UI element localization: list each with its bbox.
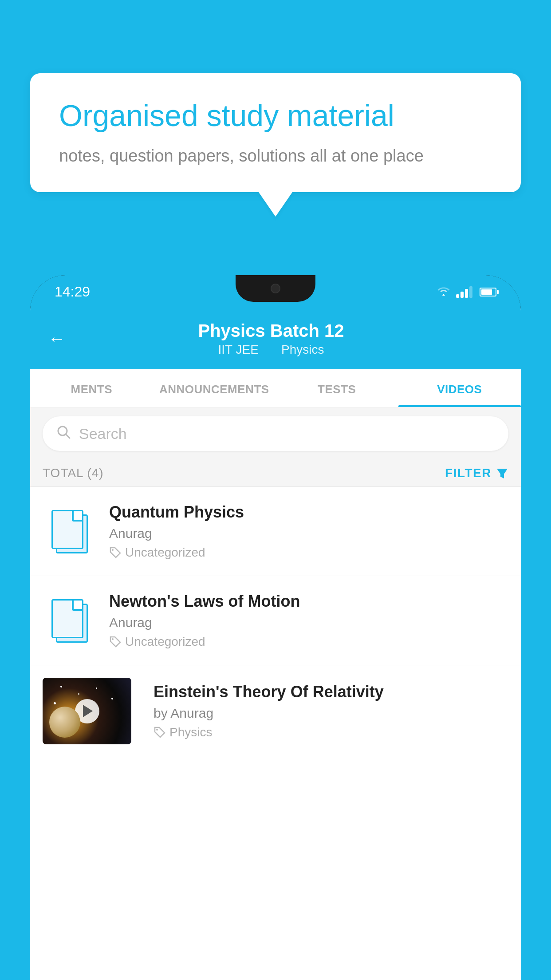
svg-marker-2 — [497, 469, 508, 478]
status-icons — [437, 286, 496, 298]
video-thumbnail-3 — [43, 678, 131, 744]
wifi-icon — [437, 286, 451, 298]
speech-bubble-container: Organised study material notes, question… — [30, 73, 521, 217]
video-tag-2: Uncategorized — [109, 635, 508, 649]
video-tag-3: Physics — [153, 725, 508, 739]
tabs-bar: MENTS ANNOUNCEMENTS TESTS VIDEOS — [30, 369, 521, 407]
tab-tests[interactable]: TESTS — [276, 369, 398, 407]
header-title-block: Physics Batch 12 IIT JEE Physics — [79, 321, 463, 357]
notch — [236, 275, 315, 302]
svg-point-5 — [156, 729, 158, 731]
svg-point-4 — [112, 638, 114, 640]
search-icon — [56, 424, 71, 443]
hero-subtitle: notes, question papers, solutions all at… — [59, 146, 492, 166]
signal-icon — [456, 286, 472, 298]
status-bar: 14:29 — [30, 275, 521, 308]
phone-frame: 14:29 — [30, 275, 521, 980]
speech-bubble-card: Organised study material notes, question… — [30, 73, 521, 192]
list-item[interactable]: Quantum Physics Anurag Uncategorized — [30, 487, 521, 576]
tag-icon — [109, 546, 122, 559]
tab-videos[interactable]: VIDEOS — [398, 369, 521, 407]
batch-title: Physics Batch 12 — [79, 321, 463, 341]
list-item[interactable]: Einstein's Theory Of Relativity by Anura… — [30, 665, 521, 757]
video-author-3: by Anurag — [153, 706, 508, 721]
thumbnail-bg — [43, 678, 131, 744]
svg-point-3 — [112, 549, 114, 551]
video-info-1: Quantum Physics Anurag Uncategorized — [109, 503, 508, 560]
speech-bubble-tail — [259, 192, 292, 217]
tag-iit-jee: IIT JEE — [218, 343, 259, 356]
tag-physics: Physics — [281, 343, 324, 356]
video-info-2: Newton's Laws of Motion Anurag Uncategor… — [109, 592, 508, 649]
status-time: 14:29 — [55, 284, 90, 300]
batch-subtitle: IIT JEE Physics — [79, 343, 463, 357]
search-bar[interactable]: Search — [43, 416, 508, 451]
file-icon-2 — [51, 599, 87, 642]
tab-ments[interactable]: MENTS — [30, 369, 153, 407]
tag-icon — [153, 726, 166, 739]
total-count: TOTAL (4) — [43, 466, 104, 480]
filter-button[interactable]: FILTER — [445, 466, 508, 480]
tag-text-2: Uncategorized — [125, 635, 205, 649]
tag-text-3: Physics — [169, 725, 212, 739]
video-title-3: Einstein's Theory Of Relativity — [153, 683, 508, 701]
video-author-2: Anurag — [109, 615, 508, 630]
video-tag-1: Uncategorized — [109, 545, 508, 560]
app-header: ← Physics Batch 12 IIT JEE Physics — [30, 308, 521, 369]
search-placeholder: Search — [79, 425, 127, 443]
planet-decoration — [49, 707, 80, 738]
filter-bar: TOTAL (4) FILTER — [30, 460, 521, 487]
video-title-1: Quantum Physics — [109, 503, 508, 522]
video-thumb-1 — [43, 505, 96, 558]
video-thumb-2 — [43, 594, 96, 647]
tag-icon — [109, 636, 122, 648]
back-button[interactable]: ← — [48, 329, 66, 349]
video-info-3: Einstein's Theory Of Relativity by Anura… — [145, 683, 508, 739]
file-icon-1 — [51, 510, 87, 553]
video-author-1: Anurag — [109, 526, 508, 541]
search-container: Search — [30, 407, 521, 460]
play-triangle-icon — [83, 705, 93, 717]
camera — [271, 284, 280, 293]
video-list: Quantum Physics Anurag Uncategorized — [30, 487, 521, 757]
tab-announcements[interactable]: ANNOUNCEMENTS — [153, 369, 276, 407]
svg-line-1 — [66, 435, 70, 438]
video-title-2: Newton's Laws of Motion — [109, 592, 508, 611]
hero-title: Organised study material — [59, 98, 492, 134]
list-item[interactable]: Newton's Laws of Motion Anurag Uncategor… — [30, 576, 521, 665]
tag-text-1: Uncategorized — [125, 545, 205, 560]
battery-icon — [480, 288, 496, 296]
phone-screen: ← Physics Batch 12 IIT JEE Physics MENTS… — [30, 308, 521, 980]
